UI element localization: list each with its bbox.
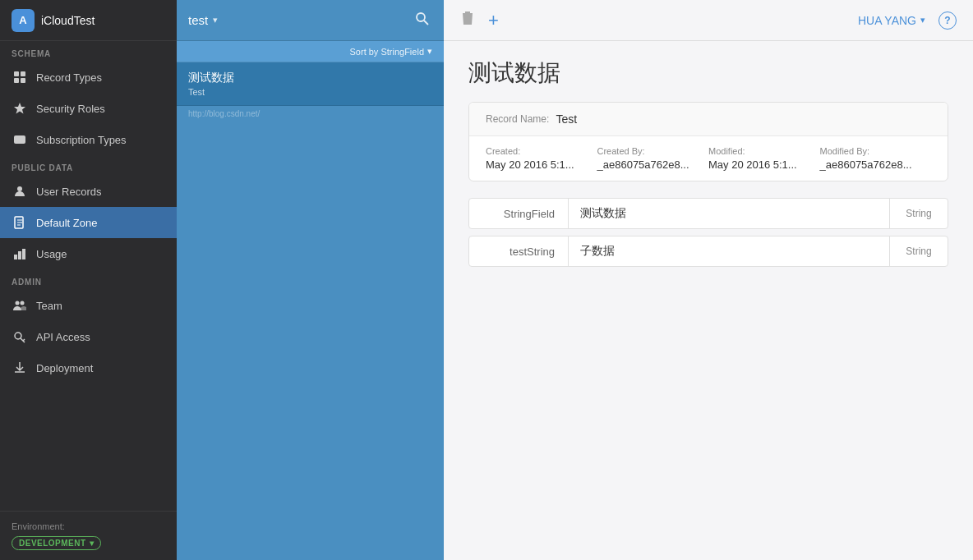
modified-value: May 20 2016 5:1...	[708, 158, 804, 171]
svg-line-16	[424, 21, 428, 25]
sidebar-item-deployment[interactable]: Deployment	[0, 352, 177, 383]
created-by-cell: Created By: _ae86075a762e8...	[597, 146, 709, 171]
sidebar-item-usage-label: Usage	[36, 248, 67, 260]
sidebar-item-api-access-label: API Access	[36, 331, 90, 343]
db-chevron: ▾	[213, 15, 218, 25]
tag-icon	[12, 131, 28, 148]
svg-point-14	[15, 333, 21, 339]
sidebar-item-api-access[interactable]: API Access	[0, 321, 177, 352]
record-name-value: Test	[556, 112, 577, 126]
sidebar-item-team-label: Team	[36, 300, 62, 312]
sidebar-item-security-roles[interactable]: Security Roles	[0, 93, 177, 124]
sidebar-item-user-records-label: User Records	[36, 186, 101, 198]
sidebar-item-default-zone-label: Default Zone	[36, 217, 97, 229]
modified-by-cell: Modified By: _ae86075a762e8...	[820, 146, 932, 171]
environment-section: Environment: DEVELOPMENT ▾	[0, 511, 177, 560]
svg-rect-3	[21, 78, 25, 83]
delete-button[interactable]	[460, 10, 475, 30]
svg-rect-9	[14, 255, 17, 259]
svg-rect-0	[14, 71, 19, 76]
sidebar-item-user-records[interactable]: User Records	[0, 176, 177, 207]
user-name: HUA YANG	[858, 14, 916, 27]
help-button[interactable]: ?	[938, 11, 957, 30]
sidebar-logo: A iCloudTest	[0, 0, 177, 41]
field-input-0[interactable]	[568, 199, 890, 228]
schema-section-label: SCHEMA	[0, 41, 177, 62]
add-button[interactable]: +	[488, 10, 499, 31]
main-content: + HUA YANG ▾ ? 测试数据 Record Name: Test Cr…	[444, 0, 973, 560]
record-name: 测试数据	[188, 71, 432, 85]
sort-chevron: ▾	[427, 46, 432, 57]
team-icon	[12, 297, 28, 314]
field-label-1: testString	[469, 246, 568, 258]
created-label: Created:	[486, 146, 581, 156]
sort-label: Sort by StringField	[350, 47, 424, 57]
field-row-1: testString String	[468, 236, 948, 267]
key-icon	[12, 328, 28, 345]
record-name-row: Record Name: Test	[469, 103, 948, 136]
list-item[interactable]: 测试数据 Test	[177, 62, 444, 106]
admin-section-label: ADMIN	[0, 269, 177, 290]
environment-badge[interactable]: DEVELOPMENT ▾	[12, 536, 101, 550]
svg-point-13	[21, 301, 25, 305]
svg-point-12	[16, 301, 20, 305]
grid-icon	[12, 69, 28, 85]
svg-marker-4	[14, 103, 25, 114]
record-name-label: Record Name:	[486, 113, 549, 125]
sort-bar[interactable]: Sort by StringField ▾	[177, 41, 444, 62]
sidebar-item-security-roles-label: Security Roles	[36, 103, 105, 115]
user-menu[interactable]: HUA YANG ▾	[858, 14, 925, 27]
modified-by-value: _ae86075a762e8...	[820, 158, 915, 171]
svg-point-15	[417, 13, 425, 21]
field-label-0: StringField	[469, 208, 568, 220]
svg-rect-1	[21, 71, 25, 76]
created-by-value: _ae86075a762e8...	[597, 158, 693, 171]
sidebar-item-subscription-types-label: Subscription Types	[36, 134, 127, 146]
public-data-section-label: PUBLIC DATA	[0, 155, 177, 176]
modified-by-label: Modified By:	[820, 146, 915, 156]
bar-chart-icon	[12, 246, 28, 262]
search-button[interactable]	[412, 8, 432, 33]
deploy-icon	[12, 360, 28, 376]
doc-icon	[12, 214, 28, 231]
svg-rect-10	[18, 251, 21, 259]
db-selector[interactable]: test ▾	[188, 13, 218, 27]
sidebar-item-deployment-label: Deployment	[36, 362, 93, 374]
created-cell: Created: May 20 2016 5:1...	[486, 146, 597, 171]
meta-dates-row: Created: May 20 2016 5:1... Created By: …	[469, 136, 948, 181]
fields-section: StringField String testString String	[468, 198, 948, 267]
created-by-label: Created By:	[597, 146, 693, 156]
svg-point-7	[17, 186, 22, 191]
svg-rect-11	[22, 249, 25, 259]
record-sub: Test	[188, 87, 432, 97]
middle-header: test ▾	[177, 0, 444, 41]
sidebar-item-record-types[interactable]: Record Types	[0, 62, 177, 93]
watermark: http://blog.csdn.net/	[177, 106, 444, 122]
field-type-0: String	[890, 208, 948, 219]
main-toolbar: + HUA YANG ▾ ?	[444, 0, 973, 41]
field-type-1: String	[890, 246, 948, 257]
field-row-0: StringField String	[468, 198, 948, 229]
sidebar-item-usage[interactable]: Usage	[0, 238, 177, 269]
middle-panel: test ▾ Sort by StringField ▾ 测试数据 Test h…	[177, 0, 444, 560]
record-title: 测试数据	[468, 57, 948, 89]
field-input-1[interactable]	[568, 236, 890, 266]
sidebar-item-team[interactable]: Team	[0, 290, 177, 321]
created-value: May 20 2016 5:1...	[486, 158, 581, 171]
logo-icon: A	[12, 9, 35, 32]
person-icon	[12, 183, 28, 200]
environment-label: Environment:	[12, 521, 165, 531]
app-title: iCloudTest	[41, 14, 95, 27]
sidebar: A iCloudTest SCHEMA Record Types Securit…	[0, 0, 177, 560]
svg-rect-2	[14, 78, 19, 83]
sidebar-item-record-types-label: Record Types	[36, 71, 102, 84]
star-icon	[12, 100, 28, 117]
sidebar-item-default-zone[interactable]: Default Zone	[0, 207, 177, 238]
db-name: test	[188, 13, 208, 27]
svg-rect-5	[14, 135, 25, 144]
main-body: 测试数据 Record Name: Test Created: May 20 2…	[444, 41, 973, 560]
modified-label: Modified:	[708, 146, 804, 156]
user-chevron: ▾	[920, 15, 925, 25]
sidebar-item-subscription-types[interactable]: Subscription Types	[0, 124, 177, 155]
meta-card: Record Name: Test Created: May 20 2016 5…	[468, 102, 948, 181]
